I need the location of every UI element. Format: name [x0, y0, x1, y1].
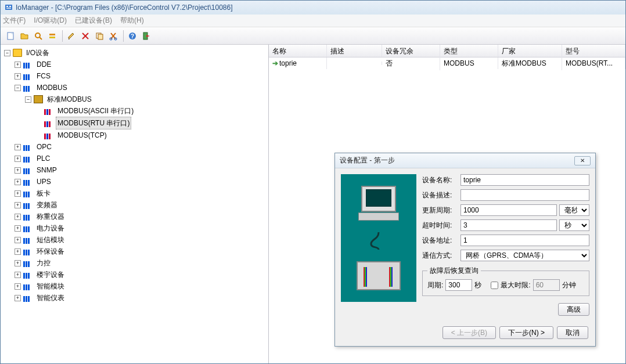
menu-iodriver[interactable]: I/O驱动(D) [34, 16, 67, 26]
col-type[interactable]: 类型 [440, 45, 498, 57]
device-name-input[interactable] [460, 174, 589, 186]
tree-modbus-ascii[interactable]: MODBUS(ASCII 串行口) [56, 105, 135, 117]
tree-opc[interactable]: OPC [35, 141, 53, 153]
config-icon[interactable] [46, 30, 59, 42]
cell-type: MODBUS [440, 57, 498, 69]
tree-power[interactable]: 电力设备 [35, 222, 66, 234]
table-row[interactable]: ➔toprie 否 MODBUS 标准MODBUS MODBUS(RT... [269, 57, 625, 69]
tree-snmp[interactable]: SNMP [35, 164, 59, 176]
tree-weigh[interactable]: 称重仪器 [35, 211, 66, 222]
cancel-button[interactable]: 取消 [557, 326, 588, 339]
window-titlebar: IoManager - [C:\Program Files (x86)\Forc… [1, 1, 625, 15]
timeout-input[interactable] [460, 219, 557, 231]
dialog-form: 设备名称: 设备描述: 更新周期: 毫秒 超时时间: 秒 [422, 174, 589, 316]
col-desc[interactable]: 描述 [327, 45, 382, 57]
tree-intmod[interactable]: 智能模块 [35, 280, 66, 292]
expand-icon[interactable]: + [15, 144, 21, 150]
window-title: IoManager - [C:\Program Files (x86)\Forc… [16, 3, 233, 12]
expand-icon[interactable]: + [15, 295, 21, 301]
cell-vendor: 标准MODBUS [498, 57, 562, 70]
exit-icon[interactable] [140, 30, 153, 42]
tree-modbus[interactable]: MODBUS [35, 82, 69, 93]
col-redundant[interactable]: 设备冗余 [382, 45, 440, 57]
cut-icon[interactable] [107, 30, 120, 42]
tree-building[interactable]: 楼宇设备 [35, 269, 66, 280]
category-icon [23, 154, 33, 163]
col-model[interactable]: 型号 [562, 45, 625, 57]
device-addr-input[interactable] [460, 235, 589, 246]
protocol-icon [44, 107, 53, 115]
grid-header: 名称 描述 设备冗余 类型 厂家 型号 [269, 45, 625, 57]
timeout-unit-select[interactable]: 秒 [559, 219, 589, 231]
tree-inverter[interactable]: 变频器 [35, 199, 59, 211]
expand-icon[interactable]: + [15, 202, 21, 208]
help-icon[interactable]: ? [126, 30, 139, 42]
close-icon[interactable]: ✕ [574, 156, 591, 165]
svg-rect-9 [49, 34, 55, 35]
tree-card[interactable]: 板卡 [35, 188, 52, 199]
search-icon[interactable] [32, 30, 45, 42]
delete-icon[interactable] [79, 30, 92, 42]
collapse-icon[interactable]: − [25, 96, 31, 103]
tree-dde[interactable]: DDE [35, 59, 53, 70]
expand-icon[interactable]: + [15, 73, 21, 80]
tree-sms[interactable]: 短信模块 [35, 234, 66, 246]
expand-icon[interactable]: + [15, 272, 21, 278]
dialog-titlebar[interactable]: 设备配置 - 第一步 ✕ [335, 153, 595, 168]
open-icon[interactable] [18, 30, 31, 42]
collapse-icon[interactable]: − [15, 85, 21, 91]
device-tree[interactable]: −I/O设备 +DDE +FCS −MODBUS −标准MODBUS MODBU… [2, 47, 267, 304]
tree-plc[interactable]: PLC [35, 153, 52, 164]
expand-icon[interactable]: + [15, 179, 21, 185]
expand-icon[interactable]: + [15, 225, 21, 232]
recovery-period-input[interactable] [445, 279, 472, 291]
device-config-dialog: 设备配置 - 第一步 ✕ 设备名称: 设备描述: 更新周期: [334, 153, 596, 347]
recovery-period-unit: 秒 [474, 280, 481, 290]
edit-icon[interactable] [65, 30, 78, 42]
tree-force[interactable]: 力控 [35, 257, 52, 269]
category-icon [23, 282, 33, 290]
tree-modbus-rtu[interactable]: MODBUS(RTU 串行口) [56, 117, 131, 129]
expand-icon[interactable]: + [15, 156, 21, 162]
new-icon[interactable] [4, 30, 17, 42]
svg-rect-3 [6, 8, 11, 9]
menu-file[interactable]: 文件(F) [3, 16, 26, 26]
tree-modbus-tcp[interactable]: MODBUS(TCP) [56, 129, 109, 141]
tree-std-modbus[interactable]: 标准MODBUS [45, 93, 93, 105]
svg-text:?: ? [131, 33, 134, 39]
tree-root[interactable]: I/O设备 [24, 47, 51, 59]
menu-help[interactable]: 帮助(H) [120, 16, 144, 26]
update-period-input[interactable] [460, 204, 557, 216]
update-unit-select[interactable]: 毫秒 [559, 204, 589, 216]
tree-env[interactable]: 环保设备 [35, 246, 66, 257]
cell-redundant: 否 [382, 57, 440, 70]
svg-marker-24 [146, 35, 150, 37]
tree-intmeter[interactable]: 智能仪表 [35, 292, 66, 304]
expand-icon[interactable]: + [15, 62, 21, 68]
cell-name: toprie [279, 59, 297, 67]
expand-icon[interactable]: + [15, 283, 21, 290]
advanced-button[interactable]: 高级 [558, 303, 589, 316]
expand-icon[interactable]: + [15, 214, 21, 220]
col-name[interactable]: 名称 [269, 45, 327, 57]
next-button[interactable]: 下一步(N) > [499, 326, 553, 339]
device-desc-input[interactable] [460, 189, 589, 201]
tree-ups[interactable]: UPS [35, 176, 53, 188]
max-limit-checkbox[interactable] [491, 282, 498, 289]
expand-icon[interactable]: + [15, 237, 21, 243]
menu-builtdevice[interactable]: 已建设备(B) [75, 16, 112, 26]
expand-icon[interactable]: + [15, 167, 21, 174]
category-icon [23, 189, 33, 197]
tree-fcs[interactable]: FCS [35, 70, 52, 82]
recovery-legend: 故障后恢复查询 [427, 266, 481, 276]
svg-rect-10 [49, 37, 55, 38]
expand-icon[interactable]: + [15, 260, 21, 266]
cable-icon [370, 232, 387, 250]
label-device-name: 设备名称: [422, 175, 458, 185]
expand-icon[interactable]: + [15, 248, 21, 255]
col-vendor[interactable]: 厂家 [498, 45, 562, 57]
expand-icon[interactable]: + [15, 190, 21, 197]
copy-icon[interactable] [93, 30, 106, 42]
comm-mode-select[interactable]: 网桥（GPRS、CDMA等） [460, 250, 589, 261]
collapse-icon[interactable]: − [4, 50, 10, 56]
